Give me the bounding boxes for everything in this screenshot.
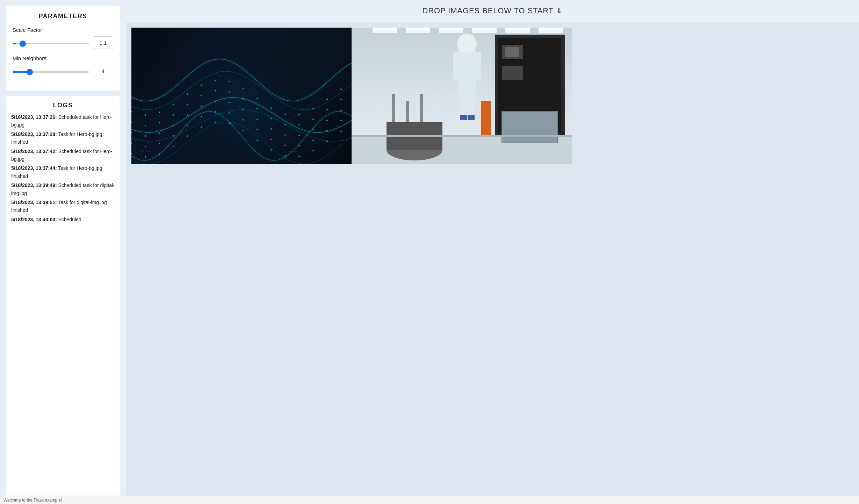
min-neighbors-slider[interactable]: [13, 71, 89, 73]
log-entry: 5/18/2023, 13:37:42: Scheduled task for …: [11, 147, 115, 163]
log-timestamp: 5/18/2023, 13:37:42:: [11, 149, 57, 154]
status-bar: Welcome to the Flask example!: [0, 496, 859, 504]
scale-factor-value-box: [93, 36, 113, 49]
scale-factor-label: Scale Factor: [13, 27, 113, 33]
scale-factor-input[interactable]: [93, 40, 113, 46]
image-drop-area[interactable]: [126, 22, 859, 504]
min-neighbors-value-box: [93, 65, 113, 77]
log-entry: 5/18/2023, 13:37:44: Task for Hero-bg.jp…: [11, 164, 115, 180]
logs-panel: LOGS 5/18/2023, 13:37:26: Scheduled task…: [6, 96, 120, 498]
log-entry: 5/18/2023, 13:40:00: Scheduled: [11, 216, 115, 223]
factory-image: [352, 28, 572, 164]
min-neighbors-row: [13, 65, 113, 77]
logs-title: LOGS: [11, 102, 115, 109]
log-entry: 5/18/2023, 13:39:51: Task for digital-im…: [11, 199, 115, 214]
main-area: DROP IMAGES BELOW TO START ⇓: [126, 0, 859, 504]
log-entry: 5/18/2023, 13:37:26: Scheduled task for …: [11, 113, 115, 129]
sidebar: PARAMETERS Scale Factor Min Neighbors LO…: [0, 0, 126, 504]
min-neighbors-input[interactable]: [93, 68, 113, 74]
scale-factor-slider-container: [13, 39, 89, 46]
scale-factor-slider[interactable]: [13, 43, 89, 44]
logs-content[interactable]: 5/18/2023, 13:37:26: Scheduled task for …: [11, 113, 115, 493]
log-timestamp: 5/18/2023, 13:40:00:: [11, 217, 57, 222]
min-neighbors-slider-container: [13, 68, 89, 74]
log-timestamp: 5/18/2023, 13:39:51:: [11, 200, 57, 205]
log-timestamp: 5/18/2023, 13:39:49:: [11, 182, 57, 188]
status-message: Welcome to the Flask example!: [3, 498, 62, 503]
min-neighbors-label: Min Neighbors: [13, 55, 113, 61]
log-entry: 5/18/2023, 13:39:49: Scheduled task for …: [11, 181, 115, 197]
parameters-panel: PARAMETERS Scale Factor Min Neighbors: [6, 6, 120, 91]
log-timestamp: 5/18/2023, 13:37:26:: [11, 114, 57, 120]
log-timestamp: 5/18/2023, 13:37:28:: [11, 131, 57, 137]
log-timestamp: 5/18/2023, 13:37:44:: [11, 165, 57, 171]
scale-factor-row: [13, 36, 113, 49]
log-entry: 5/18/2023, 13:37:28: Task for Hero-bg.jp…: [11, 130, 115, 146]
parameters-title: PARAMETERS: [13, 13, 113, 20]
drop-header[interactable]: DROP IMAGES BELOW TO START ⇓: [126, 0, 859, 22]
dark-wave-image: [131, 28, 352, 164]
